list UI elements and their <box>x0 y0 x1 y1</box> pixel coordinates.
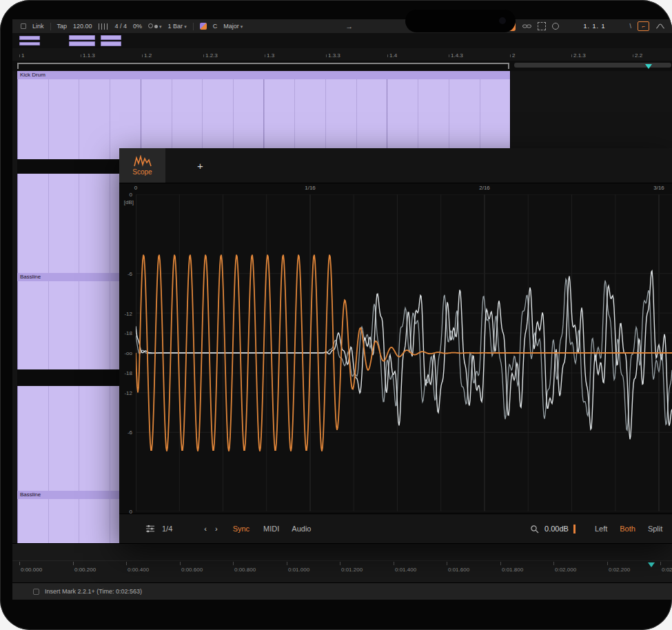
time-tick <box>660 562 661 565</box>
time-tick <box>447 562 447 565</box>
chevron-down-icon: ▾ <box>159 24 162 29</box>
ruler-label: 2.1.3 <box>571 52 586 59</box>
time-axis-label: 2/16 <box>479 185 490 191</box>
midi-mode-button[interactable]: MIDI <box>263 525 279 533</box>
arrangement-position-display[interactable]: 1. 1. 1 <box>583 23 605 30</box>
channel-left-button[interactable]: Left <box>595 525 607 533</box>
chevron-down-icon: ▾ <box>184 24 187 29</box>
db-tick-label: -6 <box>119 271 134 277</box>
time-tick <box>607 562 608 565</box>
time-tick <box>126 562 127 565</box>
scope-display[interactable]: 0-6-12-18-oo-18-12-60[dB]01/162/163/16 <box>119 183 672 514</box>
db-axis-unit: [dB] <box>119 199 134 205</box>
transport-toolbar: Link Tap 120.00 4 / 4 0% ▾ 1 Bar▾ C Majo… <box>12 19 672 34</box>
groove-dots-control[interactable]: ▾ <box>148 23 162 30</box>
channel-split-button[interactable]: Split <box>648 525 662 533</box>
metronome-bars-icon[interactable] <box>99 23 109 30</box>
time-label: 0:00.600 <box>181 567 203 573</box>
window-icon[interactable] <box>21 23 26 29</box>
db-tick-label: -18 <box>119 370 134 376</box>
tab-scope[interactable]: Scope <box>119 148 165 183</box>
prev-button[interactable]: ‹ <box>204 525 207 533</box>
time-label: 0:02.400 <box>662 567 672 573</box>
add-tab-button[interactable]: + <box>197 161 203 171</box>
db-tick-label: -18 <box>119 330 134 336</box>
automation-curve-icon[interactable] <box>655 22 665 30</box>
sync-mode-button[interactable]: Sync <box>233 525 250 533</box>
time-label: 0:01.600 <box>448 567 469 573</box>
loop-tool-icon[interactable]: ⌐ <box>638 21 649 31</box>
scale-mode-icon[interactable] <box>200 23 207 30</box>
link-button[interactable]: Link <box>32 23 44 30</box>
gain-slider-handle[interactable] <box>573 525 576 534</box>
time-label: 0:00.800 <box>234 567 256 573</box>
tap-tempo-button[interactable]: Tap <box>57 23 68 30</box>
db-tick-label: -6 <box>119 429 134 436</box>
ruler-label: 1.4 <box>387 52 397 59</box>
time-tick <box>233 562 234 565</box>
root-note-field[interactable]: C <box>213 23 218 30</box>
overview-clip[interactable] <box>101 41 121 46</box>
follow-arrow-icon[interactable]: → <box>345 22 353 30</box>
loop-row <box>12 61 672 71</box>
camera-notch <box>405 10 516 32</box>
time-signature-field[interactable]: 4 / 4 <box>115 23 128 30</box>
rate-selector[interactable]: 1/4 <box>162 525 172 533</box>
overview-clip[interactable] <box>19 36 40 40</box>
scope-plot[interactable] <box>136 194 672 511</box>
time-label: 0:01.800 <box>502 567 523 573</box>
tempo-field[interactable]: 120.00 <box>73 23 92 30</box>
chevron-down-icon: ▾ <box>241 24 243 29</box>
time-label: 0:01.200 <box>341 567 363 573</box>
screenshot-stage: Link Tap 120.00 4 / 4 0% ▾ 1 Bar▾ C Majo… <box>0 0 672 630</box>
next-button[interactable]: › <box>215 525 218 533</box>
draw-tool-icon[interactable]: \ <box>629 23 631 30</box>
ruler-label: 1.2.3 <box>203 52 218 59</box>
time-tick <box>500 562 501 565</box>
time-label: 0:02.200 <box>609 567 630 573</box>
audio-mode-button[interactable]: Audio <box>292 525 311 533</box>
magnifier-icon[interactable] <box>529 525 539 533</box>
time-label: 0:02.000 <box>555 567 576 573</box>
clip-body[interactable] <box>17 79 510 159</box>
groove-length-dropdown[interactable]: 1 Bar▾ <box>168 23 187 30</box>
time-ruler[interactable]: 0:00.0000:00.2000:00.4000:00.6000:00.800… <box>12 543 672 583</box>
camera-icon <box>499 17 506 24</box>
time-tick <box>287 562 287 565</box>
ruler-label: 1 <box>19 52 24 59</box>
time-label: 0:00.000 <box>21 567 42 573</box>
ruler-label: 1.2 <box>142 52 152 59</box>
gain-field[interactable]: 0.00dB <box>544 525 569 533</box>
channel-both-button[interactable]: Both <box>620 525 635 533</box>
mixer-menu-icon[interactable] <box>145 525 155 533</box>
time-label: 0:01.400 <box>395 567 416 573</box>
db-tick-label: -12 <box>119 390 134 396</box>
divider <box>50 23 51 30</box>
scale-dropdown[interactable]: Major▾ <box>223 23 243 30</box>
clip-kick-drum[interactable]: Kick Drum <box>17 71 510 159</box>
overview-clip[interactable] <box>69 35 95 40</box>
overview-strip[interactable] <box>12 33 672 49</box>
time-label: 0:00.400 <box>128 567 149 573</box>
overview-clip[interactable] <box>19 42 40 45</box>
time-marker[interactable] <box>648 562 655 567</box>
overview-clip[interactable] <box>101 35 121 40</box>
tablet-device-frame: Link Tap 120.00 4 / 4 0% ▾ 1 Bar▾ C Majo… <box>0 0 672 630</box>
plugin-tab-bar: Scope + <box>119 148 672 183</box>
selection-frame-icon[interactable] <box>538 22 546 30</box>
overview-clip[interactable] <box>69 41 95 46</box>
circle-filled-icon <box>154 25 158 28</box>
quantize-field[interactable]: 0% <box>133 23 142 30</box>
locator-marker[interactable] <box>645 64 652 69</box>
chain-icon[interactable] <box>522 22 531 30</box>
status-bar: Insert Mark 2.2.1+ (Time: 0:02:563) <box>12 582 672 600</box>
db-tick-label: -oo <box>119 350 134 356</box>
db-tick-label: 0 <box>119 192 134 198</box>
bar-ruler[interactable]: 11.1.31.21.2.31.31.3.31.41.4.322.1.32.2 <box>12 48 672 61</box>
record-circle-icon[interactable] <box>552 23 559 30</box>
ruler-label: 2.2 <box>633 52 642 59</box>
ruler-line <box>12 560 672 561</box>
loop-brace[interactable] <box>17 63 509 69</box>
ruler-label: 1.1.3 <box>81 52 95 59</box>
ruler-label: 1.4.3 <box>449 52 463 59</box>
